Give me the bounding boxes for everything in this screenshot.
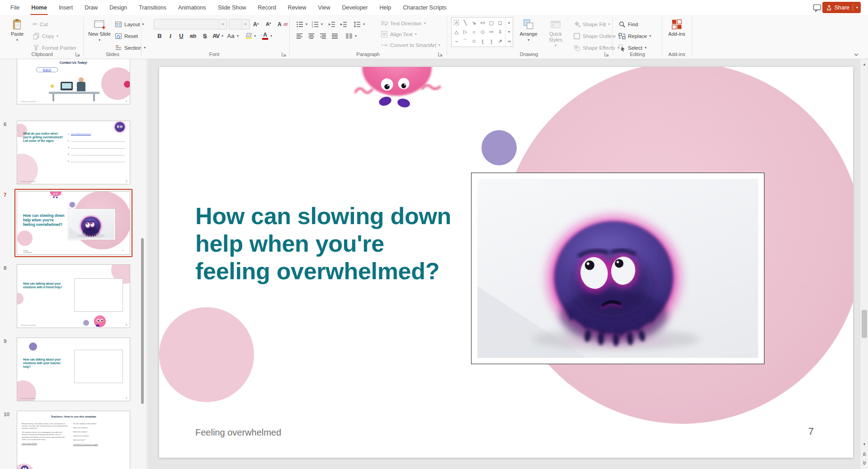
dropdown-caret-icon[interactable]: ▾	[219, 19, 226, 29]
gallery-more-button[interactable]: ≡▾	[505, 37, 513, 47]
text-shadow-button[interactable]: S	[200, 31, 210, 41]
tab-file[interactable]: File	[5, 0, 25, 15]
list-item[interactable]: 5.	[68, 157, 125, 162]
underline-button[interactable]: U	[176, 31, 186, 41]
shape-right-triangle-icon[interactable]: ▷	[463, 29, 467, 35]
shape-arrow-up-right-icon[interactable]: ⇗	[498, 38, 502, 44]
tab-insert[interactable]: Insert	[53, 0, 79, 15]
shape-right-brace-icon[interactable]: }	[491, 39, 492, 44]
scrollbar-thumb[interactable]	[862, 310, 867, 338]
list-item[interactable]: 3.	[68, 144, 125, 149]
comments-button[interactable]	[812, 3, 822, 13]
bullets-button[interactable]: ▾	[294, 19, 309, 29]
collapse-ribbon-button[interactable]	[852, 51, 861, 58]
shape-arrow-right-icon[interactable]: ⇨	[489, 29, 493, 35]
shape-diamond-icon[interactable]: ◇	[481, 29, 484, 35]
shape-rounded-rectangle-icon[interactable]: ▢	[489, 20, 494, 26]
slide-thumbnail-10[interactable]: Teachers: How to use this template Emoti…	[17, 411, 130, 469]
scroll-up-button[interactable]: ▲	[860, 60, 868, 69]
shape-textbox-icon[interactable]: A	[454, 20, 459, 25]
slide-thumbnail-5[interactable]: Contact Us Today! Email Us Feeling overw…	[17, 59, 130, 104]
slide-thumbnail-8[interactable]: How can talking about your emotions with…	[17, 264, 130, 328]
text-direction-button[interactable]: Text Direction▾	[379, 18, 428, 28]
line-spacing-button[interactable]: ▾	[352, 19, 367, 29]
email-us-button[interactable]: Email Us	[36, 67, 58, 72]
character-spacing-button[interactable]: AV▾	[211, 31, 223, 41]
columns-button[interactable]: ▾	[344, 31, 359, 41]
new-slide-button[interactable]: New Slide ▾	[88, 16, 111, 49]
decrease-indent-button[interactable]	[326, 19, 337, 29]
align-left-button[interactable]	[294, 31, 305, 41]
shape-fill-button[interactable]: Shape Fill▾	[571, 19, 612, 29]
shape-frame-icon[interactable]: ◻	[498, 20, 502, 26]
panel-scrollbar-thumb[interactable]	[141, 238, 144, 404]
paragraph-dialog-launcher[interactable]	[438, 52, 443, 57]
list-item[interactable]: 2.	[68, 137, 125, 142]
help-link[interactable]: Visit Reflect for Teachers for support	[73, 444, 124, 446]
shape-arrow-down-icon[interactable]: ⇩	[498, 29, 502, 35]
slide-image-frame[interactable]	[471, 173, 764, 364]
shape-scribble-icon[interactable]: ~	[455, 39, 458, 44]
tab-design[interactable]: Design	[104, 0, 133, 15]
strikethrough-button[interactable]: ab	[187, 31, 199, 41]
share-dropdown-caret-icon[interactable]: ▾	[856, 5, 858, 9]
scroll-down-button[interactable]: ▼	[860, 440, 868, 449]
slide-page-number[interactable]: 7	[808, 426, 814, 437]
shape-arrow-icon[interactable]: ↘	[472, 20, 476, 26]
shape-star-icon[interactable]: ☆	[472, 38, 476, 44]
tab-slide-show[interactable]: Slide Show	[212, 0, 252, 15]
bold-button[interactable]: B	[155, 31, 165, 41]
share-button[interactable]: Share ▾	[822, 2, 861, 13]
text-highlight-color-button[interactable]: ▾	[244, 31, 258, 41]
font-size-combobox[interactable]: ▾	[229, 19, 250, 29]
tab-character-scripts[interactable]: Character Scripts	[397, 0, 453, 15]
change-case-button[interactable]: Aa▾	[225, 31, 241, 41]
increase-font-size-button[interactable]: A▴	[251, 19, 260, 29]
shape-line-icon[interactable]: ╲	[464, 20, 467, 26]
slide-thumbnail-7-selected[interactable]: How can slowing down help when you're fe…	[17, 191, 130, 255]
align-right-button[interactable]	[318, 31, 329, 41]
quick-styles-button[interactable]: Quick Styles ▾	[542, 16, 569, 49]
slide-thumbnail-6[interactable]: What do you notice when you're getting o…	[17, 121, 130, 184]
clear-formatting-button[interactable]: A	[276, 19, 289, 29]
shape-gallery[interactable]: A ╲ ↘ ▭ ▢ ◻ △ ▷ ○ ◇ ⇨ ⇩ ~ ⌒ ☆ { } ⇗ ▲ ▼ …	[451, 17, 513, 47]
tab-transitions[interactable]: Transitions	[133, 0, 172, 15]
tab-record[interactable]: Record	[252, 0, 282, 15]
vertical-scrollbar[interactable]: ▲ ▼	[860, 59, 868, 469]
tab-animations[interactable]: Animations	[172, 0, 212, 15]
increase-indent-button[interactable]	[338, 19, 349, 29]
justify-button[interactable]	[330, 31, 340, 41]
gallery-up-button[interactable]: ▲	[505, 18, 513, 27]
document-link[interactable]: Link to New Document	[71, 133, 91, 135]
align-text-button[interactable]: Align Text▾	[379, 29, 419, 39]
shape-outline-button[interactable]: Shape Outline▾	[571, 31, 622, 41]
dropdown-caret-icon[interactable]: ▾	[241, 19, 249, 29]
font-name-combobox[interactable]: ▾	[154, 19, 227, 29]
numbering-button[interactable]: ▾	[310, 19, 325, 29]
arrange-button[interactable]: Arrange ▾	[516, 16, 541, 49]
shape-arc-icon[interactable]: ⌒	[462, 38, 467, 45]
clipboard-dialog-launcher[interactable]	[75, 52, 80, 57]
slide-footer-text[interactable]: Feeling overwhelmed	[195, 427, 281, 438]
align-center-button[interactable]	[306, 31, 317, 41]
find-button[interactable]: Find	[617, 19, 640, 29]
cut-button[interactable]: ✂Cut	[31, 19, 50, 29]
slide-title[interactable]: How can slowing down help when you're fe…	[195, 202, 463, 285]
tab-help[interactable]: Help	[373, 0, 397, 15]
italic-button[interactable]: I	[165, 31, 175, 41]
tab-review[interactable]: Review	[282, 0, 312, 15]
list-item[interactable]: 1.Link to New Document	[68, 130, 125, 135]
reset-button[interactable]: Reset	[113, 31, 140, 41]
help-link[interactable]: Learn all about Reflect	[22, 443, 68, 445]
drawing-dialog-launcher[interactable]	[604, 52, 609, 57]
decrease-font-size-button[interactable]: A▾	[264, 19, 273, 29]
tab-draw[interactable]: Draw	[79, 0, 104, 15]
add-ins-button[interactable]: Add-ins	[665, 16, 689, 49]
tab-view[interactable]: View	[312, 0, 336, 15]
previous-slide-button[interactable]	[860, 450, 868, 458]
paste-button[interactable]: Paste ▾	[6, 16, 28, 49]
tab-home[interactable]: Home	[25, 0, 53, 15]
font-color-button[interactable]: A▾	[260, 31, 274, 41]
slide-thumbnail-9[interactable]: How can talking about your emotions with…	[17, 338, 130, 401]
shape-rectangle-icon[interactable]: ▭	[480, 20, 485, 26]
